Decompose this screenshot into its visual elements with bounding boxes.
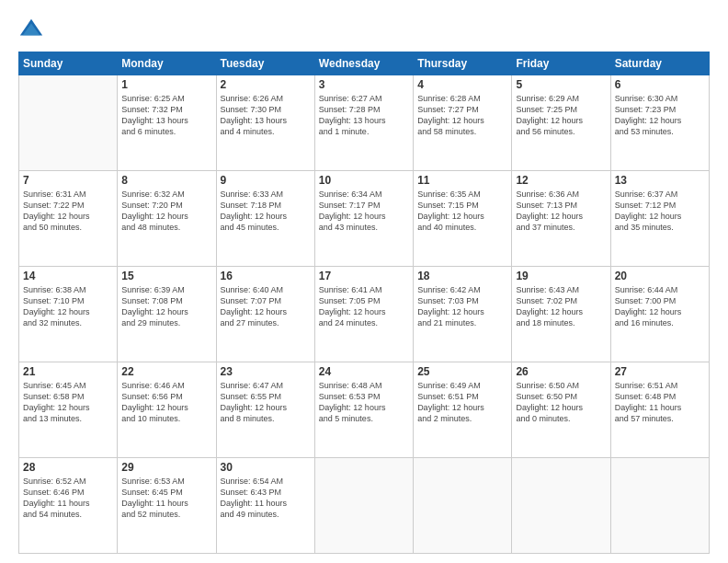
day-number: 6 [615,78,705,91]
day-info: Sunrise: 6:48 AM Sunset: 6:53 PM Dayligh… [319,380,409,425]
calendar-cell: 25Sunrise: 6:49 AM Sunset: 6:51 PM Dayli… [414,362,512,458]
day-info: Sunrise: 6:41 AM Sunset: 7:05 PM Dayligh… [319,284,409,329]
calendar-cell: 16Sunrise: 6:40 AM Sunset: 7:07 PM Dayli… [216,267,314,362]
day-number: 11 [417,174,507,187]
calendar-cell: 3Sunrise: 6:27 AM Sunset: 7:28 PM Daylig… [314,75,413,171]
day-info: Sunrise: 6:33 AM Sunset: 7:18 PM Dayligh… [221,189,311,234]
day-number: 28 [23,461,113,474]
weekday-header: Thursday [414,52,512,75]
day-number: 15 [121,270,211,282]
day-info: Sunrise: 6:29 AM Sunset: 7:25 PM Dayligh… [516,93,606,138]
calendar-cell: 19Sunrise: 6:43 AM Sunset: 7:02 PM Dayli… [512,267,610,362]
day-number: 9 [221,174,311,187]
calendar-cell [512,458,610,554]
day-number: 27 [615,365,705,378]
calendar-cell [414,458,512,554]
calendar-cell: 24Sunrise: 6:48 AM Sunset: 6:53 PM Dayli… [314,362,413,458]
calendar-cell: 2Sunrise: 6:26 AM Sunset: 7:30 PM Daylig… [216,75,314,171]
day-info: Sunrise: 6:31 AM Sunset: 7:22 PM Dayligh… [23,189,113,234]
day-info: Sunrise: 6:52 AM Sunset: 6:46 PM Dayligh… [23,476,113,521]
day-info: Sunrise: 6:44 AM Sunset: 7:00 PM Dayligh… [615,284,705,329]
calendar-week-row: 7Sunrise: 6:31 AM Sunset: 7:22 PM Daylig… [19,171,710,267]
calendar-cell: 14Sunrise: 6:38 AM Sunset: 7:10 PM Dayli… [19,267,118,362]
day-info: Sunrise: 6:39 AM Sunset: 7:08 PM Dayligh… [121,284,211,329]
day-number: 17 [319,270,409,282]
calendar-week-row: 21Sunrise: 6:45 AM Sunset: 6:58 PM Dayli… [19,362,710,458]
calendar-cell: 9Sunrise: 6:33 AM Sunset: 7:18 PM Daylig… [216,171,314,267]
day-info: Sunrise: 6:46 AM Sunset: 6:56 PM Dayligh… [121,380,211,425]
calendar-cell: 13Sunrise: 6:37 AM Sunset: 7:12 PM Dayli… [610,171,709,267]
logo-icon [18,17,44,42]
day-info: Sunrise: 6:54 AM Sunset: 6:43 PM Dayligh… [221,476,311,521]
calendar-cell: 12Sunrise: 6:36 AM Sunset: 7:13 PM Dayli… [512,171,610,267]
calendar-cell [19,75,118,171]
calendar-cell: 23Sunrise: 6:47 AM Sunset: 6:55 PM Dayli… [216,362,314,458]
calendar-cell [610,458,709,554]
calendar-cell: 27Sunrise: 6:51 AM Sunset: 6:48 PM Dayli… [610,362,709,458]
calendar-cell: 21Sunrise: 6:45 AM Sunset: 6:58 PM Dayli… [19,362,118,458]
day-info: Sunrise: 6:40 AM Sunset: 7:07 PM Dayligh… [221,284,311,329]
calendar-cell: 22Sunrise: 6:46 AM Sunset: 6:56 PM Dayli… [118,362,216,458]
weekday-header: Wednesday [314,52,413,75]
day-info: Sunrise: 6:50 AM Sunset: 6:50 PM Dayligh… [516,380,606,425]
calendar-cell: 29Sunrise: 6:53 AM Sunset: 6:45 PM Dayli… [118,458,216,554]
day-info: Sunrise: 6:28 AM Sunset: 7:27 PM Dayligh… [417,93,507,138]
day-number: 18 [417,270,507,282]
day-info: Sunrise: 6:49 AM Sunset: 6:51 PM Dayligh… [417,380,507,425]
day-number: 29 [121,461,211,474]
day-number: 3 [319,78,409,91]
calendar-cell: 7Sunrise: 6:31 AM Sunset: 7:22 PM Daylig… [19,171,118,267]
day-number: 19 [516,270,606,282]
weekday-header: Tuesday [216,52,314,75]
calendar-header-row: SundayMondayTuesdayWednesdayThursdayFrid… [19,52,710,75]
day-number: 4 [417,78,507,91]
header [18,17,710,42]
day-info: Sunrise: 6:37 AM Sunset: 7:12 PM Dayligh… [615,189,705,234]
day-number: 24 [319,365,409,378]
day-info: Sunrise: 6:43 AM Sunset: 7:02 PM Dayligh… [516,284,606,329]
day-info: Sunrise: 6:38 AM Sunset: 7:10 PM Dayligh… [23,284,113,329]
day-number: 14 [23,270,113,282]
day-info: Sunrise: 6:47 AM Sunset: 6:55 PM Dayligh… [221,380,311,425]
day-number: 2 [221,78,311,91]
day-info: Sunrise: 6:51 AM Sunset: 6:48 PM Dayligh… [615,380,705,425]
calendar-table: SundayMondayTuesdayWednesdayThursdayFrid… [18,52,710,554]
day-number: 13 [615,174,705,187]
day-info: Sunrise: 6:30 AM Sunset: 7:23 PM Dayligh… [615,93,705,138]
day-number: 26 [516,365,606,378]
calendar-cell: 26Sunrise: 6:50 AM Sunset: 6:50 PM Dayli… [512,362,610,458]
calendar-cell: 11Sunrise: 6:35 AM Sunset: 7:15 PM Dayli… [414,171,512,267]
day-number: 5 [516,78,606,91]
calendar-week-row: 14Sunrise: 6:38 AM Sunset: 7:10 PM Dayli… [19,267,710,362]
calendar-cell: 4Sunrise: 6:28 AM Sunset: 7:27 PM Daylig… [414,75,512,171]
day-info: Sunrise: 6:35 AM Sunset: 7:15 PM Dayligh… [417,189,507,234]
day-info: Sunrise: 6:26 AM Sunset: 7:30 PM Dayligh… [221,93,311,138]
page: SundayMondayTuesdayWednesdayThursdayFrid… [0,0,728,563]
day-info: Sunrise: 6:42 AM Sunset: 7:03 PM Dayligh… [417,284,507,329]
day-info: Sunrise: 6:25 AM Sunset: 7:32 PM Dayligh… [121,93,211,138]
day-number: 8 [121,174,211,187]
day-info: Sunrise: 6:53 AM Sunset: 6:45 PM Dayligh… [121,476,211,521]
day-number: 7 [23,174,113,187]
day-number: 16 [221,270,311,282]
calendar-cell: 28Sunrise: 6:52 AM Sunset: 6:46 PM Dayli… [19,458,118,554]
day-number: 23 [221,365,311,378]
day-number: 10 [319,174,409,187]
calendar-cell: 8Sunrise: 6:32 AM Sunset: 7:20 PM Daylig… [118,171,216,267]
day-info: Sunrise: 6:32 AM Sunset: 7:20 PM Dayligh… [121,189,211,234]
weekday-header: Sunday [19,52,118,75]
day-number: 25 [417,365,507,378]
calendar-cell: 10Sunrise: 6:34 AM Sunset: 7:17 PM Dayli… [314,171,413,267]
calendar-cell: 30Sunrise: 6:54 AM Sunset: 6:43 PM Dayli… [216,458,314,554]
calendar-cell: 5Sunrise: 6:29 AM Sunset: 7:25 PM Daylig… [512,75,610,171]
day-number: 1 [121,78,211,91]
calendar-cell: 17Sunrise: 6:41 AM Sunset: 7:05 PM Dayli… [314,267,413,362]
day-info: Sunrise: 6:34 AM Sunset: 7:17 PM Dayligh… [319,189,409,234]
calendar-week-row: 28Sunrise: 6:52 AM Sunset: 6:46 PM Dayli… [19,458,710,554]
day-info: Sunrise: 6:45 AM Sunset: 6:58 PM Dayligh… [23,380,113,425]
calendar-cell: 18Sunrise: 6:42 AM Sunset: 7:03 PM Dayli… [414,267,512,362]
calendar-cell: 1Sunrise: 6:25 AM Sunset: 7:32 PM Daylig… [118,75,216,171]
day-number: 20 [615,270,705,282]
logo [18,17,48,42]
weekday-header: Monday [118,52,216,75]
